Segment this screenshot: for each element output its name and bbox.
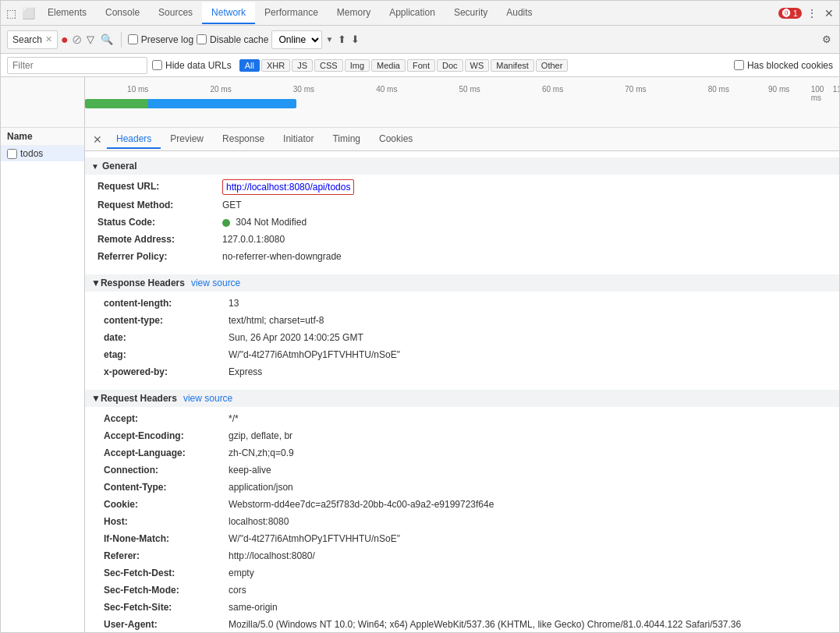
close-devtools-icon[interactable]: ✕: [822, 6, 836, 20]
has-blocked-cookies-text: Has blocked cookies: [747, 60, 833, 71]
sub-tab-preview[interactable]: Preview: [161, 130, 213, 149]
stop-icon[interactable]: ⊘: [72, 32, 82, 47]
preserve-log-checkbox[interactable]: [128, 34, 138, 44]
general-triangle-icon: ▼: [91, 162, 99, 171]
req-if-none-match-row: If-None-Match: W/"d-4t277i6AtmhOPy1FTVHH…: [104, 530, 821, 547]
timeline-bar: 10 ms 20 ms 30 ms 40 ms 50 ms 60 ms 70 m…: [1, 77, 839, 128]
filter-chip-css[interactable]: CSS: [314, 59, 343, 72]
tab-security[interactable]: Security: [445, 2, 497, 24]
filter-chip-media[interactable]: Media: [371, 59, 406, 72]
req-accept-key: Accept:: [104, 412, 229, 426]
disable-cache-checkbox[interactable]: [197, 34, 207, 44]
tab-console[interactable]: Console: [96, 2, 149, 24]
filter-chip-other[interactable]: Other: [536, 59, 569, 72]
tick-100ms: 100 ms: [811, 85, 830, 102]
response-headers-view-source[interactable]: view source: [191, 278, 240, 288]
req-host-key: Host:: [104, 515, 229, 529]
req-sec-fetch-mode-row: Sec-Fetch-Mode: cors: [104, 582, 821, 599]
throttle-arrow-icon: ▼: [325, 35, 333, 44]
import-export-icons: ⬆ ⬇: [336, 32, 361, 47]
filter-chip-xhr[interactable]: XHR: [261, 59, 290, 72]
tab-audits[interactable]: Audits: [497, 2, 541, 24]
has-blocked-cookies-checkbox[interactable]: [734, 60, 744, 70]
tick-70ms: 70 ms: [625, 85, 646, 94]
hide-data-urls-label[interactable]: Hide data URLs: [152, 60, 232, 71]
tick-50ms: 50 ms: [459, 85, 480, 94]
resp-content-type-row: content-type: text/html; charset=utf-8: [104, 312, 821, 329]
req-sec-fetch-site-row: Sec-Fetch-Site: same-origin: [104, 599, 821, 616]
settings-gear-icon[interactable]: ⚙: [821, 32, 833, 47]
general-section-header[interactable]: ▼ General: [85, 157, 839, 175]
list-item-checkbox[interactable]: [7, 149, 17, 159]
throttle-select[interactable]: Online: [271, 30, 322, 49]
tab-performance[interactable]: Performance: [255, 2, 328, 24]
filter-chip-manifest[interactable]: Manifest: [491, 59, 534, 72]
sub-tab-initiator[interactable]: Initiator: [274, 130, 323, 149]
req-sec-fetch-dest-val: empty: [229, 566, 254, 580]
tick-30ms: 30 ms: [293, 85, 314, 94]
hide-data-urls-checkbox[interactable]: [152, 60, 162, 70]
filter-chip-ws[interactable]: WS: [465, 59, 490, 72]
tab-elements[interactable]: Elements: [38, 2, 96, 24]
sub-tab-cookies[interactable]: Cookies: [370, 130, 422, 149]
filter-icon[interactable]: ▽: [85, 32, 96, 47]
request-headers-body: Accept: */* Accept-Encoding: gzip, defla…: [85, 407, 839, 632]
sub-tab-bar: ✕ Headers Preview Response Initiator Tim…: [85, 128, 839, 151]
req-accept-encoding-row: Accept-Encoding: gzip, deflate, br: [104, 427, 821, 444]
response-headers-section-header[interactable]: ▼ Response Headers view source: [85, 274, 839, 292]
req-content-type-key: Content-Type:: [104, 480, 229, 494]
filter-chip-doc[interactable]: Doc: [437, 59, 463, 72]
sub-tab-headers[interactable]: Headers: [107, 130, 161, 149]
resp-date-key: date:: [104, 331, 229, 345]
remote-address-key: Remote Address:: [97, 232, 222, 246]
req-if-none-match-key: If-None-Match:: [104, 532, 229, 546]
inspect-icon[interactable]: ⬚: [4, 6, 18, 20]
device-icon[interactable]: ⬜: [21, 6, 35, 20]
preserve-log-label[interactable]: Preserve log: [128, 34, 193, 45]
timeline-right: 10 ms 20 ms 30 ms 40 ms 50 ms 60 ms 70 m…: [85, 77, 839, 127]
filter-bar-right: Has blocked cookies: [734, 60, 833, 71]
tab-sources[interactable]: Sources: [149, 2, 202, 24]
tab-application[interactable]: Application: [380, 2, 445, 24]
search-magnify-icon[interactable]: 🔍: [99, 32, 115, 47]
record-icon[interactable]: ●: [61, 33, 69, 47]
req-user-agent-val: Mozilla/5.0 (Windows NT 10.0; Win64; x64…: [229, 617, 741, 631]
network-toolbar: Search ✕ ● ⊘ ▽ 🔍 Preserve log Disable ca…: [1, 26, 839, 54]
filter-input[interactable]: [7, 57, 147, 74]
filter-chips-group: All XHR JS CSS Img Media Font Doc WS Man…: [239, 59, 569, 72]
tab-memory[interactable]: Memory: [328, 2, 380, 24]
tick-20ms: 20 ms: [210, 85, 231, 94]
sub-tab-close-icon[interactable]: ✕: [88, 130, 107, 149]
upload-icon[interactable]: ⬆: [336, 32, 348, 47]
tab-network[interactable]: Network: [202, 2, 255, 24]
req-sec-fetch-dest-row: Sec-Fetch-Dest: empty: [104, 564, 821, 582]
response-headers-triangle-icon: ▼: [91, 278, 101, 288]
main-tab-bar: ⬚ ⬜ Elements Console Sources Network Per…: [1, 1, 839, 26]
search-box[interactable]: Search ✕: [7, 30, 58, 49]
req-accept-language-row: Accept-Language: zh-CN,zh;q=0.9: [104, 444, 821, 461]
search-close-icon[interactable]: ✕: [45, 34, 52, 44]
general-section-label: General: [102, 161, 137, 172]
sub-tab-response[interactable]: Response: [213, 130, 274, 149]
resp-content-length-key: content-length:: [104, 296, 229, 310]
request-headers-view-source[interactable]: view source: [183, 393, 232, 404]
disable-cache-label[interactable]: Disable cache: [197, 34, 268, 45]
response-headers-section-label: Response Headers: [101, 278, 185, 288]
req-user-agent-key: User-Agent:: [104, 617, 229, 631]
list-item-todos[interactable]: todos: [1, 146, 84, 161]
sub-tab-timing[interactable]: Timing: [323, 130, 370, 149]
req-sec-fetch-mode-val: cors: [229, 583, 246, 597]
request-headers-section-header[interactable]: ▼ Request Headers view source: [85, 390, 839, 407]
more-options-icon[interactable]: ⋮: [805, 6, 819, 20]
filter-chip-img[interactable]: Img: [345, 59, 370, 72]
filter-chip-font[interactable]: Font: [407, 59, 435, 72]
filter-chip-all[interactable]: All: [239, 59, 260, 72]
resp-etag-key: etag:: [104, 348, 229, 362]
timeline-ruler: 10 ms 20 ms 30 ms 40 ms 50 ms 60 ms 70 m…: [85, 85, 839, 101]
resp-content-length-row: content-length: 13: [104, 295, 821, 312]
has-blocked-cookies-label[interactable]: Has blocked cookies: [734, 60, 833, 71]
request-url-value: http://localhost:8080/api/todos: [222, 179, 354, 195]
filter-chip-js[interactable]: JS: [292, 59, 313, 72]
req-cookie-val: Webstorm-dd4ee7dc=a25f783d-20bb-4c00-a9a…: [229, 497, 494, 511]
download-icon[interactable]: ⬇: [349, 32, 361, 47]
